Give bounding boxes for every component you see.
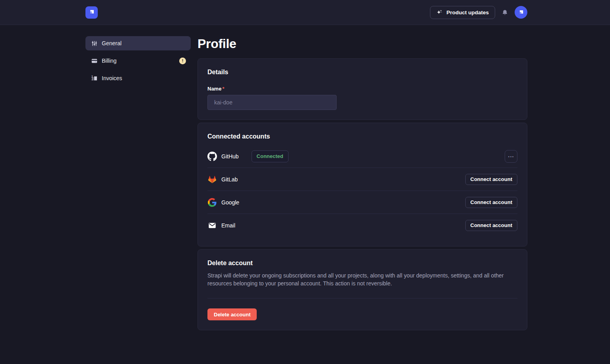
delete-account-button[interactable]: Delete account	[207, 308, 257, 320]
credit-card-icon	[91, 58, 98, 64]
profile-page: Profile Details Name* Connected accounts…	[198, 36, 527, 333]
google-icon	[207, 198, 217, 207]
provider-row-google: Google Connect account	[207, 191, 517, 214]
provider-row-gitlab: GitLab Connect account	[207, 168, 517, 191]
invoice-icon: $	[91, 75, 98, 82]
provider-name: GitHub	[221, 153, 239, 160]
google-connect-button[interactable]: Connect account	[465, 197, 517, 208]
product-updates-button[interactable]: Product updates	[430, 6, 495, 19]
provider-row-email: Email Connect account	[207, 214, 517, 237]
strapi-logo[interactable]	[85, 6, 98, 19]
page-title: Profile	[198, 36, 527, 51]
svg-text:$: $	[91, 75, 93, 77]
gitlab-connect-button[interactable]: Connect account	[465, 174, 517, 185]
delete-account-card: Delete account Strapi will delete your o…	[198, 249, 527, 330]
delete-account-heading: Delete account	[207, 259, 517, 267]
user-avatar[interactable]	[515, 6, 527, 19]
provider-name: Email	[221, 222, 235, 229]
provider-name: Google	[221, 199, 239, 206]
provider-row-github: GitHub Connected ...	[207, 145, 517, 168]
sliders-icon	[91, 40, 98, 47]
sidebar-item-label: General	[102, 40, 122, 46]
details-heading: Details	[207, 68, 517, 76]
gitlab-icon	[207, 175, 217, 184]
connected-accounts-card: Connected accounts GitHub Connected ...	[198, 123, 527, 247]
strapi-logo-icon	[88, 8, 96, 16]
sidebar-item-label: Invoices	[102, 75, 122, 81]
provider-name: GitLab	[221, 176, 238, 183]
connected-accounts-heading: Connected accounts	[207, 133, 517, 140]
email-connect-button[interactable]: Connect account	[465, 220, 517, 231]
github-more-button[interactable]: ...	[505, 150, 517, 163]
name-label: Name*	[207, 86, 517, 92]
sidebar-item-label: Billing	[102, 58, 116, 64]
divider	[207, 298, 517, 299]
settings-sidebar: General Billing !	[85, 36, 191, 333]
app-header: Product updates	[0, 0, 610, 25]
name-input[interactable]	[207, 95, 337, 110]
notifications-bell-icon[interactable]	[502, 9, 508, 16]
avatar-strapi-icon	[517, 9, 525, 16]
sidebar-item-invoices[interactable]: $ Invoices	[85, 71, 191, 85]
required-asterisk: *	[222, 86, 224, 92]
sidebar-item-billing[interactable]: Billing !	[85, 54, 191, 68]
github-icon	[207, 152, 217, 161]
delete-account-description: Strapi will delete your ongoing subscrip…	[207, 272, 517, 287]
name-field: Name*	[207, 86, 517, 110]
product-updates-label: Product updates	[446, 10, 489, 15]
name-label-text: Name	[207, 86, 221, 92]
billing-warning-badge: !	[179, 58, 186, 64]
sidebar-item-general[interactable]: General	[85, 36, 191, 50]
connected-status-badge: Connected	[252, 150, 289, 162]
details-card: Details Name*	[198, 58, 527, 120]
sparkle-icon	[436, 9, 443, 15]
email-icon	[207, 221, 217, 230]
